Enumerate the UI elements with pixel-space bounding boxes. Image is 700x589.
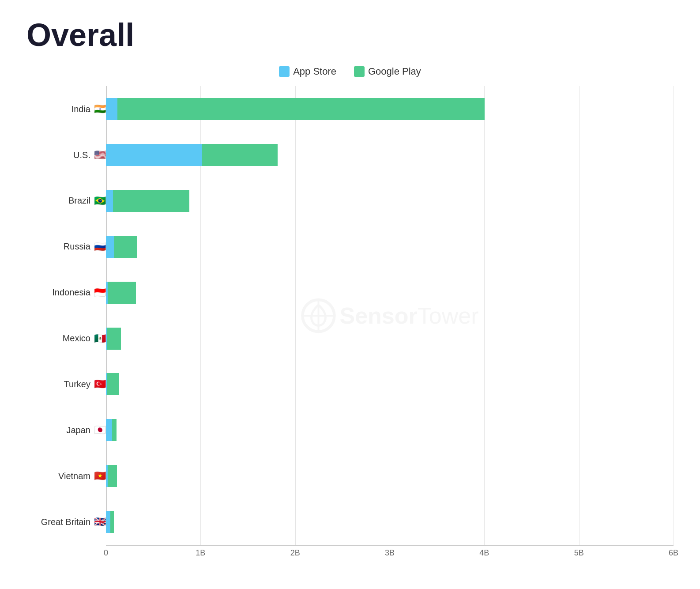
y-label-indonesia: Indonesia🇮🇩: [26, 275, 106, 310]
y-label-india: India🇮🇳: [26, 91, 106, 127]
bar-row: [106, 91, 674, 127]
bar-googleplay-segment: [110, 511, 114, 533]
country-name: Japan: [67, 425, 91, 435]
bar-row: [106, 504, 674, 540]
y-label-u.s.: U.S.🇺🇸: [26, 137, 106, 173]
country-flag: 🇬🇧: [94, 517, 106, 527]
country-name: Russia: [64, 242, 90, 252]
bar-googleplay-segment: [107, 373, 119, 395]
chart-body: India🇮🇳U.S.🇺🇸Brazil🇧🇷Russia🇷🇺Indonesia🇮🇩…: [26, 86, 674, 563]
googleplay-swatch: [354, 66, 365, 77]
page-title: Overall: [26, 18, 674, 53]
country-name: Great Britain: [41, 517, 90, 527]
bar-group: [106, 511, 172, 533]
bar-googleplay-segment: [108, 282, 136, 304]
y-label-russia: Russia🇷🇺: [26, 229, 106, 264]
x-tick: 1B: [196, 548, 205, 558]
bar-group: [106, 98, 569, 120]
bars-container: SensorTower: [106, 86, 674, 545]
country-name: Vietnam: [58, 471, 90, 481]
country-flag: 🇺🇸: [94, 150, 106, 160]
y-label-turkey: Turkey🇹🇷: [26, 366, 106, 402]
country-name: India: [72, 104, 90, 114]
legend: App Store Google Play: [26, 66, 674, 77]
x-tick: 5B: [574, 548, 584, 558]
x-tick: 4B: [479, 548, 489, 558]
bar-row: [106, 183, 674, 219]
country-flag: 🇷🇺: [94, 242, 106, 252]
country-flag: 🇻🇳: [94, 471, 106, 481]
bar-row: [106, 275, 674, 310]
bar-row: [106, 229, 674, 264]
country-name: Indonesia: [52, 287, 90, 298]
country-name: Brazil: [68, 196, 90, 206]
bar-group: [106, 190, 324, 212]
bar-row: [106, 458, 674, 494]
bar-row: [106, 412, 674, 448]
country-flag: 🇮🇩: [94, 288, 106, 298]
bar-group: [106, 328, 199, 350]
bar-group: [106, 144, 418, 166]
x-tick: 6B: [669, 548, 678, 558]
bar-googleplay-segment: [202, 144, 278, 166]
grid-line: [674, 86, 674, 545]
legend-appstore: App Store: [279, 66, 336, 77]
bar-googleplay-segment: [117, 98, 484, 120]
bar-googleplay-segment: [112, 419, 117, 441]
bar-appstore-segment: [106, 511, 110, 533]
bar-appstore-segment: [106, 190, 113, 212]
page-container: Overall App Store Google Play India🇮🇳U.S…: [0, 0, 700, 589]
x-axis: 01B2B3B4B5B6B: [106, 545, 674, 563]
appstore-swatch: [279, 66, 290, 77]
bar-group: [106, 282, 237, 304]
bar-group: [106, 373, 193, 395]
bar-group: [106, 419, 184, 441]
bar-appstore-segment: [106, 98, 117, 120]
country-flag: 🇲🇽: [94, 334, 106, 344]
country-flag: 🇯🇵: [94, 425, 106, 435]
appstore-label: App Store: [293, 66, 336, 77]
bar-row: [106, 137, 674, 173]
country-name: U.S.: [73, 150, 90, 160]
bar-appstore-segment: [106, 419, 112, 441]
country-flag: 🇮🇳: [94, 104, 106, 114]
country-flag: 🇹🇷: [94, 379, 106, 389]
x-tick: 2B: [290, 548, 300, 558]
bar-googleplay-segment: [107, 328, 121, 350]
bar-group: [106, 236, 238, 258]
legend-googleplay: Google Play: [354, 66, 421, 77]
bar-group: [106, 465, 184, 487]
chart-area: App Store Google Play India🇮🇳U.S.🇺🇸Brazi…: [26, 61, 674, 563]
bar-googleplay-segment: [113, 190, 189, 212]
y-label-great-britain: Great Britain🇬🇧: [26, 504, 106, 540]
country-name: Turkey: [64, 379, 90, 389]
y-label-japan: Japan🇯🇵: [26, 412, 106, 448]
bar-googleplay-segment: [108, 465, 117, 487]
bar-appstore-segment: [106, 236, 114, 258]
x-tick: 0: [104, 548, 108, 558]
x-tick: 3B: [385, 548, 395, 558]
chart-plot: SensorTower 01B2B3B4B5B6B: [106, 86, 674, 563]
googleplay-label: Google Play: [368, 66, 421, 77]
bar-row: [106, 366, 674, 402]
y-axis-labels: India🇮🇳U.S.🇺🇸Brazil🇧🇷Russia🇷🇺Indonesia🇮🇩…: [26, 86, 106, 563]
y-label-brazil: Brazil🇧🇷: [26, 183, 106, 219]
bar-appstore-segment: [106, 144, 202, 166]
y-label-mexico: Mexico🇲🇽: [26, 321, 106, 356]
bar-googleplay-segment: [114, 236, 137, 258]
country-flag: 🇧🇷: [94, 196, 106, 206]
y-label-vietnam: Vietnam🇻🇳: [26, 458, 106, 494]
country-name: Mexico: [63, 333, 90, 344]
bar-row: [106, 321, 674, 356]
